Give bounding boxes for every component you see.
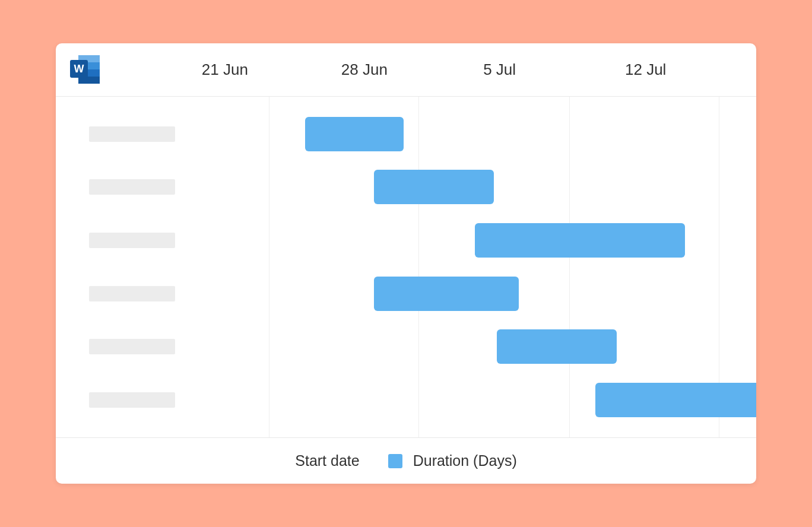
bar-row: [210, 228, 756, 252]
gantt-bar: [374, 170, 494, 204]
bar-row: [210, 388, 756, 412]
bar-row: [210, 175, 756, 199]
date-label: 21 Jun: [202, 61, 248, 79]
gantt-bar: [475, 223, 685, 258]
task-column: [56, 97, 210, 437]
chart-body: [56, 97, 756, 437]
header: W 21 Jun 28 Jun 5 Jul 12 Jul: [56, 43, 756, 97]
task-placeholder: [89, 233, 175, 248]
bar-row: [210, 335, 756, 358]
gantt-bar: [374, 277, 519, 311]
date-label: 12 Jul: [625, 61, 666, 79]
gridline: [269, 97, 269, 437]
task-row: [56, 228, 210, 252]
legend-duration: Duration (Days): [388, 452, 517, 469]
task-placeholder: [89, 286, 175, 301]
task-row: [56, 335, 210, 358]
date-label: 28 Jun: [341, 61, 388, 79]
task-row: [56, 122, 210, 146]
legend: Start date Duration (Days): [56, 437, 756, 484]
chart-area: [210, 97, 756, 437]
task-placeholder: [89, 339, 175, 354]
bar-row: [210, 282, 756, 306]
bar-row: [210, 122, 756, 146]
word-icon: W: [68, 53, 102, 87]
gantt-bar: [305, 117, 404, 151]
task-placeholder: [89, 392, 175, 408]
legend-label: Start date: [295, 452, 359, 469]
gridline: [418, 97, 419, 437]
legend-label: Duration (Days): [413, 452, 517, 469]
legend-swatch: [388, 454, 402, 468]
task-placeholder: [89, 179, 175, 195]
legend-start-date: Start date: [295, 452, 359, 469]
svg-text:W: W: [74, 63, 84, 75]
task-placeholder: [89, 126, 175, 142]
task-row: [56, 175, 210, 199]
task-row: [56, 282, 210, 306]
date-label: 5 Jul: [483, 61, 516, 79]
gantt-bar: [497, 329, 617, 364]
gantt-card: W 21 Jun 28 Jun 5 Jul 12 Jul: [56, 43, 756, 484]
gantt-bar: [595, 383, 756, 417]
task-row: [56, 388, 210, 412]
logo-cell: W: [56, 53, 210, 87]
gridline: [569, 97, 570, 437]
